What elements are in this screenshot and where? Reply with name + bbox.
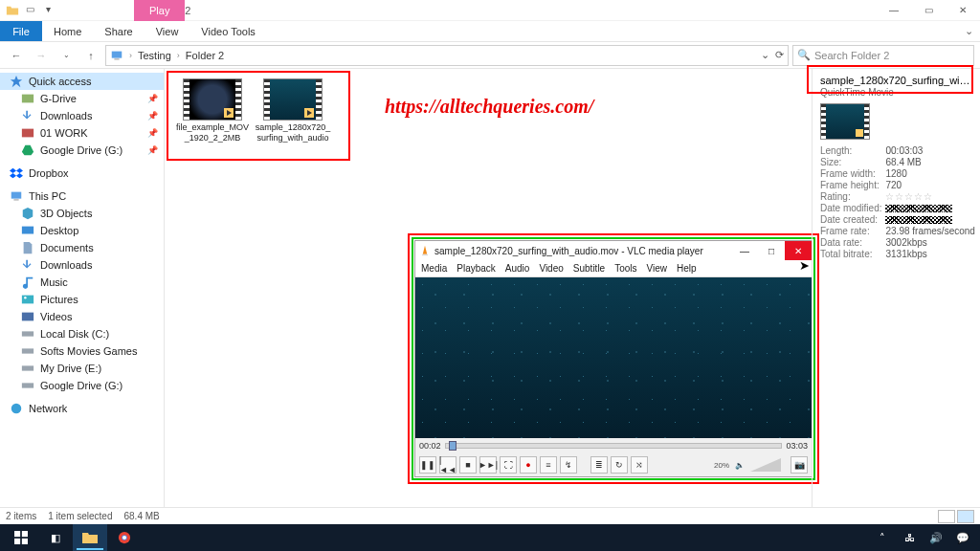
sidebar-network[interactable]: Network: [0, 400, 164, 417]
vlc-menu-audio[interactable]: Audio: [505, 263, 530, 274]
sidebar-item-googledrive[interactable]: Google Drive (G:)📌: [0, 142, 164, 159]
content-area[interactable]: file_example_MOV_1920_2_2MB sample_1280x…: [165, 69, 812, 507]
ribbon-expand-icon[interactable]: ⌄: [957, 21, 980, 41]
sidebar-quickaccess[interactable]: Quick access: [0, 73, 164, 90]
vlc-seek-knob[interactable]: [449, 441, 457, 451]
ribbon-tab-home[interactable]: Home: [42, 21, 93, 41]
nav-forward-button[interactable]: →: [31, 45, 52, 66]
vlc-pause-button[interactable]: ❚❚: [419, 456, 436, 474]
vlc-ext-button[interactable]: ≡: [540, 456, 557, 474]
sidebar-label: Downloads: [40, 110, 92, 121]
qat-newfolder-icon[interactable]: ▾: [41, 4, 55, 17]
sidebar-googledrive2[interactable]: Google Drive (G:): [0, 377, 164, 394]
sidebar-videos[interactable]: Videos: [0, 308, 164, 325]
start-button[interactable]: [4, 524, 38, 551]
nav-up-button[interactable]: ↑: [80, 45, 101, 66]
vlc-playlist-button[interactable]: ≣: [590, 456, 608, 474]
svg-marker-5: [22, 145, 33, 156]
maximize-button[interactable]: ▭: [911, 0, 946, 21]
vlc-shuffle-button[interactable]: ⤭: [631, 456, 648, 474]
ribbon-tab-view[interactable]: View: [145, 21, 190, 41]
sidebar-label: Desktop: [40, 225, 78, 236]
sidebar-item-gdrive[interactable]: G-Drive📌: [0, 90, 164, 107]
tray-notifications-icon[interactable]: 💬: [949, 524, 976, 551]
svg-marker-2: [11, 76, 22, 87]
vlc-title-text: sample_1280x720_surfing_with_audio.mov -…: [434, 246, 703, 256]
prop-rating[interactable]: ☆☆☆☆☆: [885, 191, 978, 203]
pc-icon: [110, 49, 123, 62]
sidebar-desktop[interactable]: Desktop: [0, 222, 164, 239]
tray-up-icon[interactable]: ˄: [869, 524, 896, 551]
vlc-maximize-button[interactable]: □: [758, 241, 785, 260]
sidebar-item-downloads[interactable]: Downloads📌: [0, 107, 164, 124]
qat-properties-icon[interactable]: ▭: [23, 4, 36, 17]
vlc-seekbar[interactable]: 00:02 03:03: [415, 438, 812, 453]
sidebar-label: Network: [29, 403, 67, 414]
vlc-fullscreen-button[interactable]: ⛶: [500, 456, 517, 474]
vlc-volume-slider[interactable]: [750, 458, 781, 472]
ribbon-tab-share[interactable]: Share: [93, 21, 144, 41]
vlc-loop-button[interactable]: ↻: [611, 456, 628, 474]
vlc-controls: ❚❚ |◄◄ ■ ►►| ⛶ ● ≡ ↯ ≣ ↻ ⤭ 20% 🔈 📷: [415, 453, 812, 476]
vlc-menu-video[interactable]: Video: [539, 263, 563, 274]
vlc-seek-track[interactable]: [445, 443, 783, 449]
vlc-record-button[interactable]: ●: [520, 456, 537, 474]
vlc-stop-button[interactable]: ■: [459, 456, 477, 474]
sidebar-mydrive[interactable]: My Drive (E:): [0, 360, 164, 377]
close-button[interactable]: ✕: [946, 0, 980, 21]
search-box[interactable]: 🔍 Search Folder 2: [792, 45, 974, 66]
vlc-prev-button[interactable]: |◄◄: [439, 456, 457, 474]
vlc-window[interactable]: sample_1280x720_surfing_with_audio.mov -…: [414, 240, 813, 477]
addr-refresh-icon[interactable]: ⟳: [775, 49, 784, 61]
tray-volume-icon[interactable]: 🔊: [923, 524, 949, 551]
vlc-minimize-button[interactable]: —: [731, 241, 758, 260]
vlc-cone-icon: [419, 245, 431, 256]
vlc-mute-icon[interactable]: 🔈: [735, 461, 745, 470]
taskview-button[interactable]: ◧: [38, 524, 73, 551]
sidebar-documents[interactable]: Documents: [0, 239, 164, 256]
vlc-menu-media[interactable]: Media: [421, 263, 447, 274]
file-item-0[interactable]: file_example_MOV_1920_2_2MB: [174, 78, 251, 143]
taskbar-chrome[interactable]: [107, 524, 142, 551]
vlc-close-button[interactable]: ✕: [785, 241, 812, 260]
sidebar-3dobjects[interactable]: 3D Objects: [0, 205, 164, 222]
minimize-button[interactable]: —: [877, 0, 911, 21]
preview-title: sample_1280x720_surfing_with...: [820, 75, 972, 86]
vlc-menu-playback[interactable]: Playback: [457, 263, 496, 274]
prop-dc: [885, 214, 978, 226]
ribbon-tab-videotools[interactable]: Video Tools: [189, 21, 266, 41]
vlc-menu-help[interactable]: Help: [677, 263, 697, 274]
vlc-ab-button[interactable]: ↯: [560, 456, 577, 474]
file-item-1[interactable]: sample_1280x720_surfing_with_audio: [255, 78, 331, 143]
sidebar-thispc[interactable]: This PC: [0, 187, 164, 205]
vlc-menu-tools[interactable]: Tools: [614, 263, 636, 274]
ribbon-file-tab[interactable]: File: [0, 21, 42, 41]
sidebar-localdisk[interactable]: Local Disk (C:): [0, 325, 164, 342]
tray-network-icon[interactable]: 🖧: [896, 524, 923, 551]
vlc-menu-subtitle[interactable]: Subtitle: [573, 263, 605, 274]
view-details-button[interactable]: [938, 510, 955, 523]
nav-recent-button[interactable]: ⌄: [56, 45, 77, 66]
crumb-0[interactable]: Testing: [138, 50, 171, 61]
vlc-menu-view[interactable]: View: [647, 263, 668, 274]
sidebar-pictures[interactable]: Pictures: [0, 291, 164, 308]
svg-rect-1: [114, 58, 119, 59]
prop-fh: 720: [885, 180, 978, 191]
vlc-next-button[interactable]: ►►|: [479, 456, 497, 474]
crumb-1[interactable]: Folder 2: [186, 50, 224, 61]
breadcrumb[interactable]: › Testing › Folder 2 ⌄ ⟳: [105, 45, 789, 66]
sidebar-softsmovies[interactable]: Softs Movies Games: [0, 342, 164, 360]
vlc-snapshot-button[interactable]: 📷: [791, 456, 808, 474]
sidebar-dropbox[interactable]: Dropbox: [0, 165, 164, 182]
nav-back-button[interactable]: ←: [6, 45, 27, 66]
taskbar-explorer[interactable]: [73, 524, 107, 551]
vlc-video-area[interactable]: [415, 277, 812, 438]
svg-point-16: [11, 404, 22, 414]
sidebar-downloads2[interactable]: Downloads: [0, 256, 164, 274]
view-thumbnails-button[interactable]: [957, 510, 974, 523]
sidebar-music[interactable]: Music: [0, 274, 164, 291]
vlc-titlebar[interactable]: sample_1280x720_surfing_with_audio.mov -…: [415, 241, 812, 260]
addr-dropdown-icon[interactable]: ⌄: [761, 49, 769, 61]
sidebar-item-01work[interactable]: 01 WORK📌: [0, 124, 164, 142]
svg-rect-15: [22, 383, 33, 387]
